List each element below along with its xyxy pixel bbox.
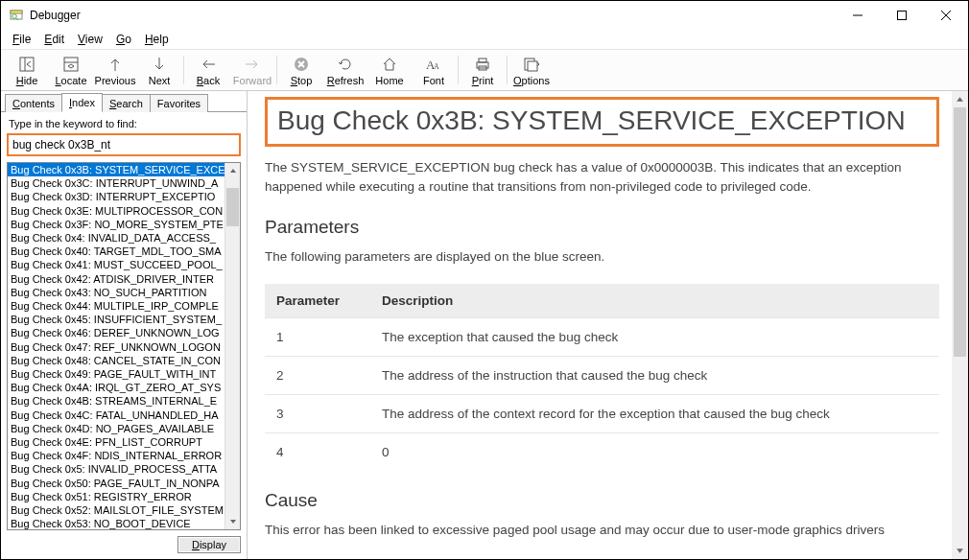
print-icon [473,55,492,74]
list-item[interactable]: Bug Check 0x3F: NO_MORE_SYSTEM_PTE [8,218,225,231]
scroll-thumb[interactable] [954,107,966,357]
list-item[interactable]: Bug Check 0x49: PAGE_FAULT_WITH_INT [8,367,225,381]
menubar: File Edit View Go Help [1,30,968,49]
table-header-parameter: Parameter [265,284,370,318]
font-button[interactable]: AA Font [412,51,456,89]
table-row: 40 [265,432,939,471]
tab-search[interactable]: Search [102,94,151,112]
table-row: 1The exception that caused the bug check [265,317,939,356]
list-item[interactable]: Bug Check 0x53: NO_BOOT_DEVICE [8,517,225,529]
scroll-thumb[interactable] [226,188,239,226]
list-item[interactable]: Bug Check 0x3E: MULTIPROCESSOR_CON [8,204,225,218]
options-button[interactable]: Options [509,51,554,89]
list-item[interactable]: Bug Check 0x4D: NO_PAGES_AVAILABLE [8,422,225,435]
list-item[interactable]: Bug Check 0x4A: IRQL_GT_ZERO_AT_SYS [8,381,225,394]
title-highlight: Bug Check 0x3B: SYSTEM_SERVICE_EXCEPTION [265,97,939,147]
window-title: Debugger [30,9,836,22]
sidebar: Contents Index Search Favorites Type in … [1,91,248,559]
menu-help[interactable]: Help [139,31,175,48]
locate-button[interactable]: Locate [49,51,93,89]
previous-button[interactable]: Previous [93,51,137,89]
back-icon [199,55,218,74]
stop-icon [292,55,311,74]
menu-go[interactable]: Go [110,31,137,48]
svg-rect-5 [898,12,907,20]
previous-icon [106,55,125,74]
list-item[interactable]: Bug Check 0x3C: INTERRUPT_UNWIND_A [8,176,225,190]
stop-button[interactable]: Stop [279,51,323,89]
list-item[interactable]: Bug Check 0x40: TARGET_MDL_TOO_SMA [8,245,225,258]
table-row: 2The address of the instruction that cau… [265,356,939,394]
menu-view[interactable]: View [72,31,108,48]
list-item[interactable]: Bug Check 0x4E: PFN_LIST_CORRUPT [8,435,225,449]
tab-index[interactable]: Index [61,93,103,112]
next-icon [150,55,169,74]
param-description: The address of the instruction that caus… [370,356,939,394]
param-number: 1 [265,317,370,356]
list-item[interactable]: Bug Check 0x42: ATDISK_DRIVER_INTER [8,272,225,286]
list-item[interactable]: Bug Check 0x4: INVALID_DATA_ACCESS_ [8,231,225,245]
toolbar-separator [183,56,184,84]
list-item[interactable]: Bug Check 0x5: INVALID_PROCESS_ATTA [8,462,225,476]
list-item[interactable]: Bug Check 0x4C: FATAL_UNHANDLED_HA [8,408,225,422]
print-button[interactable]: Print [461,51,505,89]
list-item[interactable]: Bug Check 0x50: PAGE_FAULT_IN_NONPA [8,477,225,490]
index-listbox[interactable]: Bug Check 0x3B: SYSTEM_SERVICE_EXCEBug C… [7,162,241,530]
list-item[interactable]: Bug Check 0x48: CANCEL_STATE_IN_CON [8,354,225,367]
menu-edit[interactable]: Edit [38,31,70,48]
keyword-input[interactable] [7,133,241,156]
list-item[interactable]: Bug Check 0x3B: SYSTEM_SERVICE_EXCE [8,163,225,176]
page-title: Bug Check 0x3B: SYSTEM_SERVICE_EXCEPTION [277,105,927,136]
content-scrollbar[interactable] [952,91,968,559]
hide-button[interactable]: Hide [5,51,49,89]
sidebar-tabs: Contents Index Search Favorites [1,91,247,112]
list-item[interactable]: Bug Check 0x3D: INTERRUPT_EXCEPTIO [8,190,225,203]
intro-text: The SYSTEM_SERVICE_EXCEPTION bug check h… [265,158,939,198]
param-description: The address of the context record for th… [370,394,939,432]
list-item[interactable]: Bug Check 0x4F: NDIS_INTERNAL_ERROR [8,449,225,462]
refresh-icon [336,55,355,74]
search-label: Type in the keyword to find: [1,112,247,131]
hide-icon [17,55,36,74]
forward-button[interactable]: Forward [230,51,274,89]
back-button[interactable]: Back [186,51,230,89]
param-number: 4 [265,432,370,471]
tab-favorites[interactable]: Favorites [150,94,208,112]
cause-heading: Cause [265,490,939,511]
scroll-down-icon[interactable] [225,514,240,529]
refresh-button[interactable]: Refresh [323,51,367,89]
param-number: 3 [265,394,370,432]
scroll-down-icon[interactable] [952,543,968,559]
content-pane: Bug Check 0x3B: SYSTEM_SERVICE_EXCEPTION… [248,91,968,559]
list-item[interactable]: Bug Check 0x47: REF_UNKNOWN_LOGON [8,340,225,354]
svg-rect-18 [479,58,486,62]
menu-file[interactable]: File [7,31,36,48]
tab-contents[interactable]: Contents [5,94,62,112]
list-item[interactable]: Bug Check 0x4B: STREAMS_INTERNAL_E [8,394,225,408]
svg-rect-1 [11,11,22,13]
options-icon [522,55,541,74]
list-item[interactable]: Bug Check 0x41: MUST_SUCCEED_POOL_ [8,258,225,271]
app-icon [9,8,24,23]
list-item[interactable]: Bug Check 0x45: INSUFFICIENT_SYSTEM_ [8,313,225,326]
scroll-up-icon[interactable] [952,91,968,107]
scroll-up-icon[interactable] [225,163,240,178]
minimize-button[interactable] [836,1,880,30]
list-scrollbar[interactable] [225,163,240,529]
svg-rect-21 [528,61,537,71]
list-item[interactable]: Bug Check 0x52: MAILSLOT_FILE_SYSTEM [8,503,225,517]
maximize-button[interactable] [880,1,924,30]
cause-text: This error has been linked to excessive … [265,521,939,540]
list-item[interactable]: Bug Check 0x43: NO_SUCH_PARTITION [8,286,225,299]
list-item[interactable]: Bug Check 0x51: REGISTRY_ERROR [8,490,225,503]
list-item[interactable]: Bug Check 0x46: DEREF_UNKNOWN_LOG [8,326,225,339]
toolbar: Hide Locate Previous Next Back Forward S… [1,49,968,91]
display-button[interactable]: Display [177,536,241,553]
next-button[interactable]: Next [137,51,181,89]
home-icon [380,55,399,74]
close-button[interactable] [924,1,968,30]
titlebar: Debugger [1,1,968,30]
list-item[interactable]: Bug Check 0x44: MULTIPLE_IRP_COMPLE [8,299,225,313]
table-header-description: Description [370,284,939,318]
home-button[interactable]: Home [367,51,412,89]
